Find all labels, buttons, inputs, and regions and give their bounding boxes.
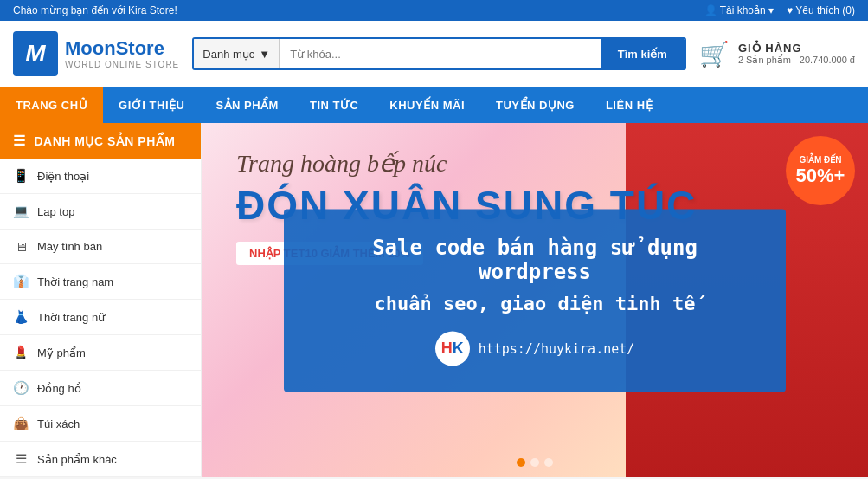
logo-icon: M — [13, 31, 58, 76]
sidebar-item-dong-ho[interactable]: 🕐 Đồng hồ — [0, 371, 201, 406]
logo-sub: WORLD ONLINE STORE — [65, 60, 179, 69]
nav-item-san-pham[interactable]: SẢN PHẨM — [200, 87, 294, 123]
cart-details: 2 Sản phẩm - 20.740.000 đ — [738, 55, 855, 66]
nav-item-tin-tuc[interactable]: TIN TỨC — [294, 87, 374, 123]
hk-logo-icon: HK — [435, 331, 470, 366]
menu-icon: ☰ — [13, 133, 26, 149]
overlay-subtitle: chuẩn seo, giao diện tinh tế — [318, 292, 751, 314]
cart[interactable]: 🛒 GIỎ HÀNG 2 Sản phẩm - 20.740.000 đ — [699, 40, 855, 68]
nav-item-lien-he[interactable]: LIÊN HỆ — [590, 87, 668, 123]
overlay-url[interactable]: https://huykira.net/ — [479, 340, 635, 356]
chevron-down-icon: ▼ — [259, 48, 270, 61]
sidebar-item-may-tinh-ban[interactable]: 🖥 Máy tính bàn — [0, 230, 201, 264]
dot-2[interactable] — [530, 458, 539, 467]
welcome-text: Chào mừng bạn đến với Kira Store! — [13, 4, 177, 16]
sidebar-item-tui-xach[interactable]: 👜 Túi xách — [0, 406, 201, 442]
logo-name: MoonStore — [65, 38, 179, 59]
banner-dots — [517, 458, 553, 467]
sidebar-header: ☰ DANH MỤC SẢN PHẨM — [0, 123, 201, 159]
nav-item-khuyen-mai[interactable]: KHUYẾN MÃI — [374, 87, 480, 123]
phone-icon: 📱 — [13, 168, 29, 184]
cart-info: GIỎ HÀNG 2 Sản phẩm - 20.740.000 đ — [738, 42, 855, 66]
sidebar-item-san-pham-khac[interactable]: ☰ Sản phẩm khác — [0, 442, 201, 477]
top-bar: Chào mừng bạn đến với Kira Store! 👤 Tài … — [0, 0, 868, 21]
header: M MoonStore WORLD ONLINE STORE Danh mục … — [0, 21, 868, 87]
cosmetics-icon: 💄 — [13, 345, 29, 360]
search-input[interactable] — [280, 39, 601, 68]
sidebar-item-my-pham[interactable]: 💄 Mỹ phẩm — [0, 335, 201, 371]
logo[interactable]: M MoonStore WORLD ONLINE STORE — [13, 31, 179, 76]
banner-subtitle: Trang hoàng bếp núc — [236, 149, 833, 178]
overlay-logo: HK https://huykira.net/ — [318, 331, 751, 366]
nav-item-gioi-thieu[interactable]: GIỚI THIỆU — [103, 87, 200, 123]
female-fashion-icon: 👗 — [13, 309, 29, 325]
cart-icon: 🛒 — [699, 40, 730, 68]
wishlist-link[interactable]: ♥ Yêu thích (0) — [787, 4, 855, 16]
sidebar-item-dien-thoai[interactable]: 📱 Điện thoại — [0, 159, 201, 194]
nav-item-trang-chu[interactable]: TRANG CHỦ — [0, 87, 103, 123]
logo-text: MoonStore WORLD ONLINE STORE — [65, 38, 179, 68]
overlay-title: Sale code bán hàng sử dụng wordpress — [318, 235, 751, 283]
desktop-icon: 🖥 — [13, 239, 29, 254]
sidebar-item-thoi-trang-nu[interactable]: 👗 Thời trang nữ — [0, 300, 201, 335]
sidebar: ☰ DANH MỤC SẢN PHẨM 📱 Điện thoại 💻 Lap t… — [0, 123, 202, 477]
cart-title: GIỎ HÀNG — [738, 42, 855, 55]
male-fashion-icon: 👔 — [13, 274, 29, 289]
main-content: ☰ DANH MỤC SẢN PHẨM 📱 Điện thoại 💻 Lap t… — [0, 123, 868, 477]
heart-icon: ♥ — [787, 4, 795, 16]
banner-overlay: Sale code bán hàng sử dụng wordpress chu… — [284, 209, 786, 392]
account-link[interactable]: 👤 Tài khoản ▾ — [704, 4, 775, 16]
watch-icon: 🕐 — [13, 380, 29, 396]
other-icon: ☰ — [13, 451, 29, 467]
laptop-icon: 💻 — [13, 204, 29, 219]
account-icon: 👤 — [704, 4, 720, 16]
search-button[interactable]: Tìm kiếm — [601, 39, 685, 68]
top-bar-right: 👤 Tài khoản ▾ ♥ Yêu thích (0) — [704, 4, 855, 16]
bag-icon: 👜 — [13, 416, 29, 431]
search-bar: Danh mục ▼ Tìm kiếm — [192, 37, 686, 70]
banner-area: Trang hoàng bếp núc ĐÓN XUÂN SUNG TÚC NH… — [202, 123, 868, 477]
dot-1[interactable] — [517, 458, 525, 467]
sidebar-item-laptop[interactable]: 💻 Lap top — [0, 194, 201, 230]
sidebar-item-thoi-trang-nam[interactable]: 👔 Thời trang nam — [0, 264, 201, 300]
main-nav: TRANG CHỦ GIỚI THIỆU SẢN PHẨM TIN TỨC KH… — [0, 87, 868, 123]
nav-item-tuyen-dung[interactable]: TUYỂN DỤNG — [480, 87, 590, 123]
dot-3[interactable] — [544, 458, 553, 467]
search-category-dropdown[interactable]: Danh mục ▼ — [194, 39, 280, 68]
